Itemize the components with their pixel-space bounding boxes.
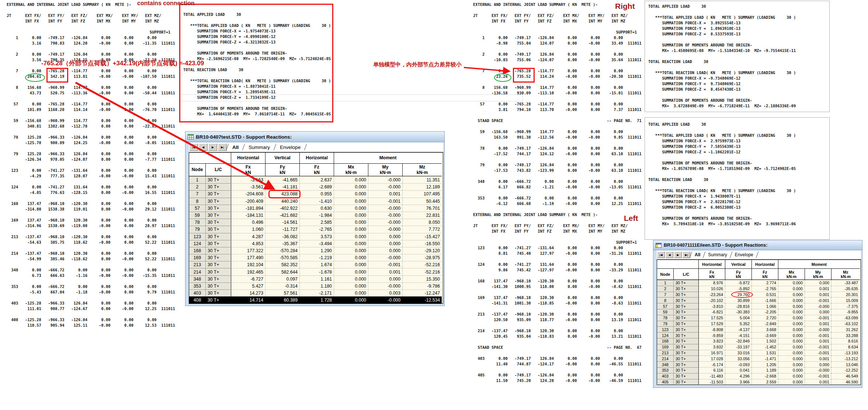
cell-lc[interactable]: 30 T+ (205, 183, 231, 190)
cell-value[interactable]: -5.892 (725, 286, 751, 292)
cell-value[interactable]: 1.674 (299, 261, 334, 268)
cell-value[interactable]: 0.000 (334, 226, 368, 233)
cell-value[interactable]: -20.102 (698, 297, 725, 303)
cell-value[interactable]: 0.000 (334, 275, 368, 282)
cell-value[interactable]: 0.000 (778, 332, 805, 338)
cell-value[interactable]: -14.561 (265, 219, 299, 226)
cell-value[interactable]: -6.727 (231, 275, 265, 282)
cell-value[interactable]: -8.808 (698, 326, 725, 332)
cell-value[interactable]: 30.899 (725, 297, 751, 303)
cell-node[interactable]: 7 (657, 292, 673, 298)
cell-value[interactable]: -63.099 (831, 315, 860, 321)
tab-nav-button[interactable]: |◀ (189, 143, 198, 151)
cell-value[interactable]: 60.389 (265, 296, 299, 303)
cell-node[interactable]: 403 (657, 373, 673, 379)
tab-nav-button[interactable]: ▶ (208, 143, 217, 151)
sheet-tab-envelope[interactable]: Envelope (275, 144, 305, 150)
cell-value[interactable]: 57.561 (265, 289, 299, 296)
cell-value[interactable]: 0.000 (334, 233, 368, 240)
cell-value[interactable]: 177.490 (231, 254, 265, 261)
cell-value[interactable]: -33.487 (831, 280, 860, 286)
cell-value[interactable]: 15.009 (831, 297, 860, 303)
cell-value[interactable]: 0.000 (334, 240, 368, 247)
cell-node[interactable]: 348 (657, 361, 673, 367)
cell-lc[interactable]: 30 T+ (673, 344, 698, 350)
cell-lc[interactable]: 30 T+ (205, 205, 231, 212)
cell-lc[interactable]: 30 T+ (205, 282, 231, 289)
cell-value[interactable]: -3.810 (698, 303, 725, 309)
cell-value[interactable]: 0.000 (334, 198, 368, 205)
cell-value[interactable]: 2.559 (751, 379, 778, 385)
cell-value[interactable]: 5.427 (231, 282, 265, 289)
cell-value[interactable]: -52.216 (402, 261, 442, 268)
cell-node[interactable]: 1 (189, 176, 205, 183)
cell-value[interactable]: -5.872 (725, 280, 751, 286)
cell-lc[interactable]: 30 T+ (205, 275, 231, 282)
cell-node[interactable]: 79 (657, 321, 673, 327)
cell-node[interactable]: 213 (189, 261, 205, 268)
cell-lc[interactable]: 30 T+ (205, 212, 231, 219)
cell-value[interactable]: 0.000 (778, 286, 805, 292)
cell-value[interactable]: 5.004 (725, 315, 751, 321)
cell-value[interactable]: 1.502 (751, 338, 778, 344)
cell-value[interactable]: -13.212 (831, 355, 860, 361)
cell-value[interactable]: 0.041 (725, 367, 751, 373)
cell-lc[interactable]: 30 T+ (205, 268, 231, 275)
cell-node[interactable]: 59 (189, 212, 205, 219)
cell-value[interactable]: -4.137 (725, 326, 751, 332)
cell-value[interactable]: 33.288 (831, 332, 860, 338)
cell-value[interactable]: 1.161 (299, 275, 334, 282)
cell-value[interactable]: -3.669 (751, 332, 778, 338)
cell-lc[interactable]: 30 T+ (205, 261, 231, 268)
cell-node[interactable]: 59 (657, 309, 673, 315)
cell-lc[interactable]: 30 T+ (673, 286, 698, 292)
cell-node[interactable]: 1 (657, 280, 673, 286)
tab-nav-button[interactable]: ▶ (674, 251, 682, 258)
cell-value[interactable]: 6.116 (698, 367, 725, 373)
cell-value[interactable]: 2.637 (299, 176, 334, 183)
cell-value[interactable]: 0.003 (368, 289, 402, 296)
cell-node[interactable]: 79 (189, 226, 205, 233)
cell-value[interactable]: 0.001 (368, 190, 402, 197)
cell-value[interactable]: 0.000 (778, 344, 805, 350)
cell-node[interactable]: 2 (189, 183, 205, 190)
cell-value[interactable]: -63.102 (831, 321, 860, 327)
cell-node[interactable]: 348 (189, 275, 205, 282)
cell-value[interactable]: 0.001 (805, 355, 831, 361)
cell-value[interactable]: 17.529 (698, 321, 725, 327)
cell-lc[interactable]: 30 T+ (673, 379, 698, 385)
cell-value[interactable]: 2.720 (751, 315, 778, 321)
cell-value[interactable]: 8.976 (698, 280, 725, 286)
cell-value[interactable]: 0.000 (778, 350, 805, 356)
cell-value[interactable]: 50.445 (402, 198, 442, 205)
cell-value[interactable]: -6.174 (698, 361, 725, 367)
cell-value[interactable]: -4.151 (725, 332, 751, 338)
cell-value[interactable]: -30.383 (725, 309, 751, 315)
cell-node[interactable]: 353 (657, 367, 673, 373)
cell-value[interactable]: 0.000 (778, 297, 805, 303)
cell-value[interactable]: 16.971 (698, 350, 725, 356)
cell-value[interactable]: 0.000 (368, 240, 402, 247)
cell-value[interactable]: 12.189 (402, 183, 442, 190)
cell-value[interactable]: -1.471 (751, 355, 778, 361)
cell-value[interactable]: -9.786 (402, 282, 442, 289)
cell-value[interactable]: -33.197 (725, 344, 751, 350)
cell-value[interactable]: -0.000 (368, 282, 402, 289)
cell-value[interactable]: 1.531 (751, 350, 778, 356)
cell-value[interactable]: 107.495 (402, 190, 442, 197)
cell-value[interactable]: 33.056 (725, 355, 751, 361)
cell-node[interactable]: 214 (657, 355, 673, 361)
sheet-tab-all[interactable]: All (691, 252, 704, 258)
cell-value[interactable]: -0.000 (805, 303, 831, 309)
cell-lc[interactable]: 30 T+ (673, 332, 698, 338)
cell-value[interactable]: -15.427 (402, 233, 442, 240)
cell-value[interactable]: 10.026 (698, 286, 725, 292)
cell-value[interactable]: 8.050 (402, 219, 442, 226)
cell-lc[interactable]: 30 T+ (673, 326, 698, 332)
cell-value[interactable]: 0.000 (778, 379, 805, 385)
cell-node[interactable]: 8 (189, 198, 205, 205)
cell-value[interactable]: -23.264 (698, 292, 725, 298)
cell-value[interactable]: -3.163 (231, 176, 265, 183)
cell-value[interactable]: 0.000 (334, 190, 368, 197)
cell-value[interactable]: -12.534 (402, 296, 442, 303)
